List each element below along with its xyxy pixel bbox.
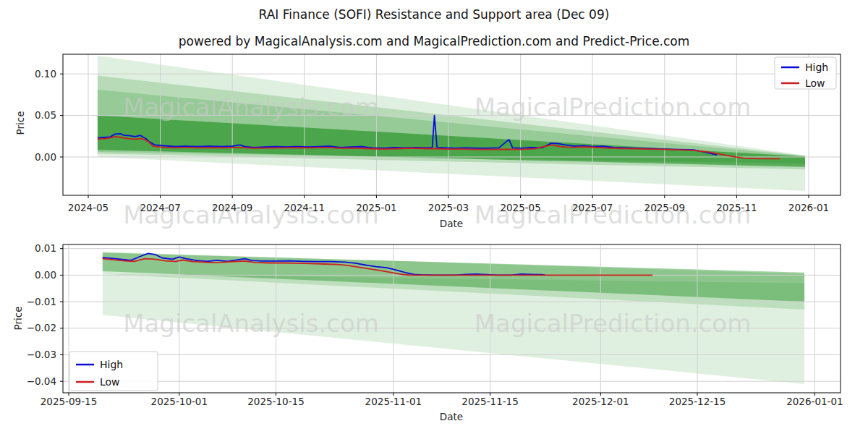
y-tick-label: 0.00 [35, 151, 56, 163]
x-tick-label: 2025-10-15 [247, 396, 304, 407]
y-axis-label: Price [12, 307, 24, 331]
x-tick-label: 2026-01-01 [786, 396, 843, 407]
forecast-detail-chart: MagicalAnalysis.comMagicalPrediction.com… [12, 242, 843, 422]
y-tick-label: −0.04 [27, 375, 56, 387]
y-tick-label: −0.03 [27, 349, 56, 360]
x-tick-label: 2025-05 [500, 202, 540, 213]
chart-figure: MagicalAnalysis.comMagicalPrediction.com… [0, 0, 868, 434]
y-tick-label: −0.02 [27, 322, 56, 333]
watermark-text: MagicalPrediction.com [475, 93, 752, 122]
y-tick-label: 0.10 [35, 68, 56, 80]
x-axis-label: Date [440, 411, 463, 422]
legend: HighLow [69, 352, 158, 391]
x-tick-label: 2024-05 [68, 202, 109, 213]
watermark-text: MagicalPrediction.com [475, 309, 752, 338]
legend-item-label: High [100, 359, 123, 370]
x-tick-label: 2025-09-15 [41, 396, 97, 407]
x-tick-label: 2025-11-01 [365, 396, 422, 407]
x-tick-label: 2024-11 [284, 202, 325, 213]
x-tick-label: 2024-09 [212, 202, 252, 213]
x-tick-label: 2025-10-01 [151, 396, 208, 407]
x-tick-label: 2025-03 [428, 202, 469, 213]
x-tick-label: 2025-11 [716, 202, 757, 213]
x-tick-label: 2025-12-15 [669, 396, 726, 407]
x-tick-label: 2025-11-15 [461, 396, 518, 407]
y-tick-label: 0.00 [35, 269, 56, 281]
x-tick-label: 2025-12-01 [572, 396, 629, 407]
legend-item-label: Low [100, 376, 120, 388]
y-tick-label: 0.05 [35, 109, 56, 121]
price-history-chart: MagicalAnalysis.comMagicalPrediction.com… [14, 54, 841, 229]
watermark-text: MagicalAnalysis.com [123, 309, 379, 338]
legend: HighLow [775, 57, 836, 89]
watermark-text: MagicalAnalysis.com [123, 93, 379, 122]
x-axis-label: Date [440, 218, 463, 229]
x-tick-label: 2024-07 [140, 202, 180, 213]
legend-item-label: High [805, 61, 828, 73]
y-tick-label: 0.01 [35, 242, 56, 254]
x-tick-label: 2026-01 [788, 202, 829, 213]
y-tick-label: −0.01 [27, 296, 56, 307]
y-axis-label: Price [14, 111, 26, 135]
x-tick-label: 2025-09 [644, 202, 685, 213]
legend-item-label: Low [805, 77, 825, 89]
x-tick-label: 2025-07 [572, 202, 613, 213]
x-tick-label: 2025-01 [356, 202, 396, 213]
